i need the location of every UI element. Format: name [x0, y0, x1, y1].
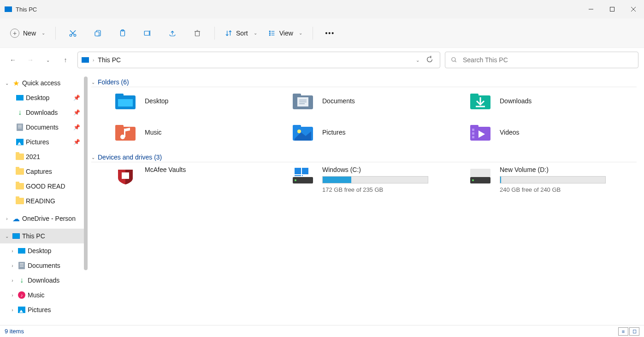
svg-point-44	[297, 130, 301, 133]
copy-button[interactable]	[88, 25, 107, 41]
view-toggles: ≡ ◻	[618, 327, 639, 336]
onedrive-label: OneDrive - Person	[22, 215, 76, 222]
sidebar-item-desktop[interactable]: ›Desktop	[0, 243, 88, 258]
sidebar-this-pc[interactable]: ⌄ This PC	[0, 229, 88, 243]
doc-icon	[16, 123, 24, 131]
sidebar-item-documents[interactable]: ›Documents	[0, 258, 88, 273]
download-icon: ↓	[18, 276, 26, 284]
svg-rect-1	[610, 7, 614, 12]
chevron-right-icon[interactable]: ›	[9, 293, 16, 298]
delete-button[interactable]	[188, 25, 207, 41]
content: ⌄ Folders (6) DesktopDocumentsDownloadsM…	[88, 72, 644, 325]
sidebar-item-pictures[interactable]: Pictures📌	[0, 135, 88, 149]
search-input[interactable]	[463, 56, 632, 64]
chevron-down-icon[interactable]: ⌄	[4, 81, 10, 86]
folder-documents[interactable]: Documents	[291, 91, 459, 111]
chevron-right-icon[interactable]: ›	[9, 278, 16, 283]
svg-rect-46	[470, 125, 479, 129]
folder-label: Music	[145, 129, 162, 136]
svg-point-24	[452, 58, 455, 61]
share-button[interactable]	[163, 25, 182, 41]
address-text: This PC	[98, 56, 410, 64]
sidebar-item-downloads[interactable]: ›↓Downloads	[0, 273, 88, 288]
folder-icon	[16, 182, 24, 190]
svg-line-25	[455, 61, 456, 62]
refresh-button[interactable]	[426, 56, 433, 65]
paste-button[interactable]	[113, 25, 132, 41]
sidebar-item-desktop[interactable]: Desktop📌	[0, 90, 88, 105]
drive-mcafee-vaults[interactable]: McAfee Vaults	[113, 166, 282, 193]
forward-button[interactable]: →	[23, 53, 38, 67]
sidebar-item-captures[interactable]: Captures	[0, 164, 88, 179]
cut-button[interactable]	[63, 25, 83, 41]
sidebar-item-downloads[interactable]: ↓Downloads📌	[0, 105, 88, 120]
sidebar-item-music[interactable]: ›♪Music	[0, 288, 88, 302]
chevron-right-icon[interactable]: ›	[9, 248, 16, 254]
folder-icon	[16, 197, 24, 205]
drive-info: McAfee Vaults	[145, 166, 282, 173]
tiles-view-button[interactable]: ◻	[629, 327, 639, 336]
plus-icon: +	[10, 29, 19, 38]
sidebar-item-good-read[interactable]: GOOD READ	[0, 179, 88, 194]
svg-rect-49	[472, 136, 474, 138]
folder-pictures[interactable]: Pictures	[291, 122, 459, 142]
sidebar-item-pictures[interactable]: ›Pictures	[0, 302, 88, 317]
svg-point-52	[295, 179, 296, 181]
address-bar[interactable]: › This PC ⌄	[77, 52, 440, 68]
sidebar-item-2021[interactable]: 2021	[0, 149, 88, 164]
section-drives-title: Devices and drives (3)	[98, 154, 162, 161]
doc-icon	[18, 261, 26, 270]
chevron-down-icon[interactable]: ⌄	[416, 58, 419, 63]
section-drives-header[interactable]: ⌄ Devices and drives (3)	[91, 154, 637, 162]
sort-button[interactable]: Sort ⌄	[220, 27, 262, 40]
svg-rect-41	[124, 129, 125, 137]
up-button[interactable]: ↑	[58, 53, 73, 67]
more-button[interactable]: •••	[320, 25, 340, 41]
svg-rect-53	[295, 168, 301, 174]
scrollbar[interactable]	[84, 77, 88, 270]
search-icon	[451, 57, 457, 63]
rename-button[interactable]	[138, 25, 157, 41]
minimize-button[interactable]	[580, 0, 602, 18]
svg-rect-50	[122, 172, 129, 179]
folder-icon	[113, 122, 137, 142]
sidebar[interactable]: ⌄ ★ Quick access Desktop📌↓Downloads📌Docu…	[0, 72, 88, 325]
back-button[interactable]: ←	[6, 53, 20, 67]
close-button[interactable]	[623, 0, 644, 18]
chevron-right-icon[interactable]: ›	[9, 307, 16, 313]
pin-icon: 📌	[73, 95, 80, 101]
details-view-button[interactable]: ≡	[618, 327, 628, 336]
sidebar-onedrive[interactable]: › ☁ OneDrive - Person	[0, 211, 88, 226]
sidebar-item-label: Downloads	[26, 109, 58, 116]
view-button[interactable]: View ⌄	[264, 27, 307, 40]
recent-button[interactable]: ⌄	[41, 53, 55, 67]
new-button[interactable]: + New ⌄	[6, 26, 50, 41]
svg-rect-28	[118, 99, 133, 106]
svg-rect-15	[195, 31, 200, 36]
sidebar-quick-access[interactable]: ⌄ ★ Quick access	[0, 76, 88, 90]
drive-free-text: 240 GB free of 240 GB	[500, 186, 623, 193]
folder-music[interactable]: Music	[113, 122, 282, 142]
cloud-icon: ☁	[12, 214, 20, 223]
view-label: View	[279, 30, 293, 37]
folder-label: Videos	[500, 129, 520, 136]
download-icon: ↓	[16, 108, 24, 117]
navbar: ← → ⌄ ↑ › This PC ⌄	[0, 48, 644, 72]
chevron-right-icon[interactable]: ›	[9, 263, 16, 268]
sidebar-item-reading[interactable]: READING	[0, 194, 88, 208]
svg-rect-39	[115, 125, 124, 129]
drive-windows-c-[interactable]: Windows (C:)172 GB free of 235 GB	[291, 166, 459, 193]
drive-new-volume-d-[interactable]: New Volume (D:)240 GB free of 240 GB	[468, 166, 637, 193]
folder-desktop[interactable]: Desktop	[113, 91, 282, 111]
chevron-right-icon[interactable]: ›	[4, 216, 10, 221]
svg-rect-12	[144, 31, 149, 35]
folder-downloads[interactable]: Downloads	[468, 91, 637, 111]
search-bar[interactable]	[445, 52, 638, 68]
chevron-down-icon[interactable]: ⌄	[4, 234, 10, 239]
sidebar-item-documents[interactable]: Documents📌	[0, 120, 88, 135]
sidebar-item-label: GOOD READ	[26, 183, 65, 190]
maximize-button[interactable]	[602, 0, 623, 18]
sidebar-item-label: Pictures	[28, 306, 51, 313]
section-folders-header[interactable]: ⌄ Folders (6)	[91, 78, 637, 87]
folder-videos[interactable]: Videos	[468, 122, 637, 142]
